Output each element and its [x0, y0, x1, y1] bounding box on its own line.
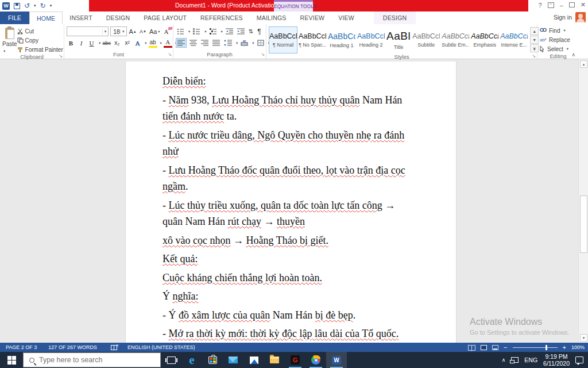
paragraph[interactable]: xô vào cọc nhọn → Hoằng Tháo bị giết.: [163, 232, 416, 249]
document-page[interactable]: Diễn biến:- Năm 938, Lưu Hoằng Tháo chỉ …: [125, 62, 457, 343]
paste-button[interactable]: Paste ▾: [2, 26, 17, 53]
word-app-icon[interactable]: W: [2, 2, 10, 10]
font-color-button[interactable]: A: [164, 38, 172, 48]
justify-button[interactable]: [211, 38, 221, 48]
action-center-icon[interactable]: [575, 356, 583, 363]
photos-button[interactable]: [243, 352, 264, 368]
font-size-combobox[interactable]: 18▾: [110, 26, 126, 36]
paragraph[interactable]: Kết quả:: [163, 251, 416, 267]
network-icon[interactable]: [511, 357, 519, 363]
clipboard-dialog-launcher-icon[interactable]: ↘: [59, 53, 63, 60]
style-title[interactable]: AaBl Title: [386, 26, 411, 53]
paragraph[interactable]: Ý nghĩa:: [163, 288, 416, 305]
tray-expand-icon[interactable]: ∧: [502, 357, 506, 363]
chrome-button[interactable]: [305, 352, 326, 368]
language-status[interactable]: ENGLISH (UNITED STATES): [122, 344, 201, 350]
read-mode-icon[interactable]: [468, 345, 475, 350]
tab-page-layout[interactable]: PAGE LAYOUT: [137, 12, 194, 24]
paragraph[interactable]: - Lúc nước triều dâng, Ngô Quyền cho thu…: [163, 127, 416, 160]
tab-design[interactable]: DESIGN: [99, 12, 137, 24]
paragraph-dialog-launcher-icon[interactable]: ↘: [261, 51, 265, 58]
zoom-slider-thumb[interactable]: [546, 345, 547, 350]
highlight-color-button[interactable]: ab: [149, 38, 157, 48]
style-emphasis[interactable]: AaBbCcDt Emphasis: [470, 26, 499, 53]
copy-button[interactable]: Copy: [17, 36, 63, 44]
zoom-in-icon[interactable]: +: [563, 345, 566, 350]
replace-button[interactable]: ab Replace: [540, 36, 577, 44]
customize-qat-icon[interactable]: ▾: [50, 3, 52, 8]
paragraph[interactable]: - Năm 938, Lưu Hoằng Tháo chỉ huy thủy q…: [163, 92, 416, 125]
paragraph[interactable]: - Lúc thủy triều xuống, quân ta dốc toàn…: [163, 197, 416, 230]
minimize-icon[interactable]: –: [560, 2, 563, 9]
styles-dialog-launcher-icon[interactable]: ↘: [532, 53, 536, 60]
shrink-font-button[interactable]: A▼: [139, 26, 148, 36]
zoom-out-icon[interactable]: −: [504, 345, 507, 350]
find-button[interactable]: Find▾: [540, 26, 577, 34]
tab-insert[interactable]: INSERT: [63, 12, 99, 24]
zoom-level[interactable]: 100%: [571, 344, 585, 350]
collapse-ribbon-icon[interactable]: ∧: [571, 52, 575, 57]
grow-font-button[interactable]: A▲: [129, 26, 137, 36]
numbering-button[interactable]: [192, 26, 202, 36]
underline-button[interactable]: U: [87, 38, 96, 48]
text-effects-dropdown-icon[interactable]: ▾: [145, 41, 146, 45]
text-effects-button[interactable]: A: [133, 38, 142, 48]
undo-dropdown-icon[interactable]: ▾: [34, 3, 36, 8]
tab-review[interactable]: REVIEW: [293, 12, 332, 24]
align-center-button[interactable]: [188, 38, 198, 48]
start-button[interactable]: [0, 352, 23, 368]
redo-icon[interactable]: ↻: [40, 2, 46, 9]
style-normal[interactable]: AaBbCcDc ¶ Normal: [269, 26, 297, 53]
align-left-button[interactable]: [176, 38, 187, 48]
decrease-indent-button[interactable]: [225, 26, 234, 36]
save-icon[interactable]: [14, 3, 20, 9]
tab-references[interactable]: REFERENCES: [194, 12, 250, 24]
line-spacing-button[interactable]: [223, 38, 233, 48]
help-icon[interactable]: ?: [539, 2, 542, 9]
style-heading-2[interactable]: AaBbCcD Heading 2: [357, 26, 385, 53]
shading-button[interactable]: [239, 38, 249, 48]
garena-button[interactable]: G: [285, 352, 305, 368]
subscript-button[interactable]: x₂: [113, 38, 121, 48]
style-subtle-emphasis[interactable]: AaBbCcDt Subtle Em...: [441, 26, 470, 53]
web-layout-icon[interactable]: [492, 345, 498, 350]
document-text[interactable]: Diễn biến:- Năm 938, Lưu Hoằng Tháo chỉ …: [126, 62, 456, 343]
clock[interactable]: 9:19 PM 6/11/2020: [543, 353, 570, 367]
undo-icon[interactable]: ↺: [24, 2, 30, 9]
zoom-slider[interactable]: [513, 347, 558, 348]
mail-button[interactable]: [223, 352, 243, 368]
strikethrough-button[interactable]: abc: [102, 38, 111, 48]
select-button[interactable]: Select▾: [540, 45, 577, 53]
edge-button[interactable]: e: [181, 352, 202, 368]
superscript-button[interactable]: x²: [123, 38, 131, 48]
underline-dropdown-icon[interactable]: ▾: [99, 41, 100, 45]
bullets-button[interactable]: [176, 26, 185, 36]
paragraph[interactable]: - Mở ra thời kỳ mới: thời kỳ độc lập lâu…: [163, 325, 416, 342]
tab-file[interactable]: FILE: [0, 12, 29, 24]
align-right-button[interactable]: [200, 38, 210, 48]
ribbon-display-options-icon[interactable]: ⌃: [548, 2, 554, 8]
style-intense-emphasis[interactable]: AaBbCcDt Intense E...: [500, 26, 528, 53]
multilevel-list-button[interactable]: [208, 26, 218, 36]
scroll-up-icon[interactable]: ▲: [580, 60, 587, 68]
format-painter-button[interactable]: Format Painter: [17, 45, 63, 53]
task-view-button[interactable]: [161, 352, 181, 368]
highlight-dropdown-icon[interactable]: ▾: [160, 41, 162, 45]
paragraph[interactable]: - Ý đồ xâm lược của quân Nam Hán bị đè b…: [163, 307, 416, 324]
scrollbar-thumb[interactable]: [580, 195, 587, 253]
cut-button[interactable]: Cut: [17, 27, 63, 35]
account-avatar[interactable]: [575, 12, 586, 22]
scroll-down-icon[interactable]: ▼: [580, 334, 587, 342]
change-case-button[interactable]: Aa▾: [149, 26, 160, 36]
font-name-combobox[interactable]: ▾: [67, 26, 109, 36]
store-button[interactable]: [202, 352, 223, 368]
style-subtitle[interactable]: AaBbCcD Subtitle: [412, 26, 440, 53]
borders-button[interactable]: [256, 38, 265, 48]
sign-in-link[interactable]: Sign in: [554, 14, 572, 21]
tab-equation-design[interactable]: DESIGN: [374, 12, 416, 24]
print-layout-icon[interactable]: [481, 345, 487, 350]
style-no-spacing[interactable]: AaBbCcDc ¶ No Spac...: [298, 26, 327, 53]
page-count[interactable]: PAGE 2 OF 3: [0, 344, 42, 350]
taskbar-search[interactable]: [23, 352, 161, 367]
clear-formatting-button[interactable]: A: [162, 26, 171, 36]
